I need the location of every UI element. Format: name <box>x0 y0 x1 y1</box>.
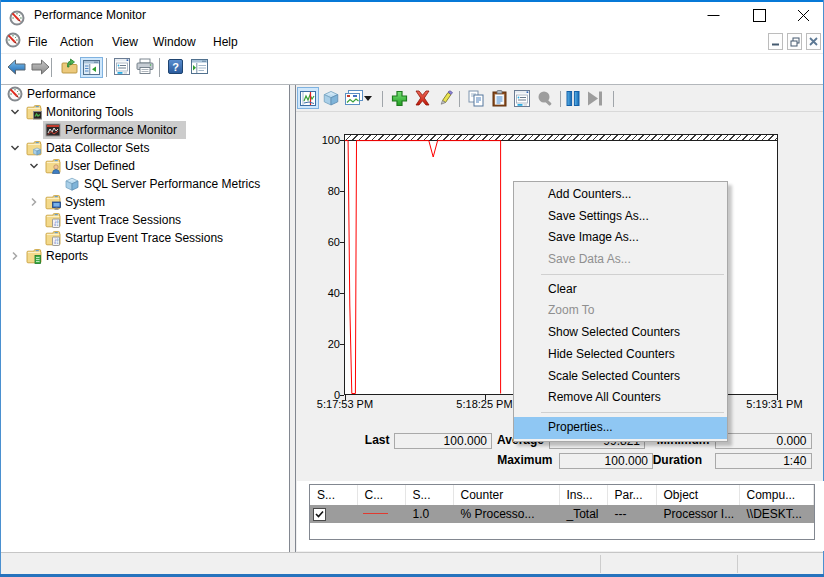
column-header-object[interactable]: Object <box>657 485 740 505</box>
menu-item-clear[interactable]: Clear <box>514 279 727 301</box>
status-bar <box>1 552 823 574</box>
menu-item-save-image-as[interactable]: Save Image As... <box>514 227 727 249</box>
toolbar-separator <box>106 58 107 77</box>
mdi-close-button[interactable] <box>806 33 821 50</box>
column-header-scale[interactable]: S... <box>406 485 454 505</box>
chevron-expanded-icon[interactable] <box>29 161 39 171</box>
counter-cell-scale: 1.0 <box>406 505 454 523</box>
up-one-level-button[interactable] <box>57 55 81 78</box>
menu-item-properties[interactable]: Properties... <box>514 417 727 439</box>
pane-toolbar-separator <box>459 91 460 107</box>
chevron-collapsed-icon[interactable] <box>10 251 20 261</box>
mdi-close-icon <box>809 37 818 46</box>
tree-item-user-defined[interactable]: User Defined <box>1 157 290 175</box>
y-tick <box>340 191 345 192</box>
tree-item-event-trace-sessions[interactable]: Event Trace Sessions <box>1 211 290 229</box>
add-counter-button[interactable] <box>388 87 410 109</box>
column-header-show[interactable]: S... <box>310 485 358 505</box>
chart-type-dropdown[interactable] <box>361 87 375 109</box>
minimize-icon <box>707 9 720 22</box>
chevron-expanded-icon[interactable] <box>10 143 20 153</box>
maximize-button[interactable] <box>736 0 782 31</box>
view-log-data-button[interactable] <box>320 87 342 109</box>
tree-item-label: Event Trace Sessions <box>65 212 181 228</box>
status-bar-separator <box>600 555 601 573</box>
back-button[interactable] <box>5 55 29 78</box>
mdi-minimize-icon <box>771 37 780 46</box>
chevron-collapsed-icon[interactable] <box>29 197 39 207</box>
window-title: Performance Monitor <box>34 8 146 22</box>
copy-properties-button[interactable] <box>465 87 487 109</box>
forward-button[interactable] <box>28 55 52 78</box>
menu-item-save-settings-as[interactable]: Save Settings As... <box>514 206 727 228</box>
folder-user-icon <box>45 158 61 174</box>
delete-counter-button[interactable] <box>411 87 433 109</box>
tree-item-label: Startup Event Trace Sessions <box>65 230 223 246</box>
menu-view[interactable]: View <box>107 33 143 51</box>
zoom-button[interactable] <box>534 87 556 109</box>
tree-item-sql-server-performance-metrics[interactable]: SQL Server Performance Metrics <box>1 175 290 193</box>
tree-item-performance[interactable]: Performance <box>1 85 290 103</box>
chevron-expanded-icon[interactable] <box>10 107 20 117</box>
tree-item-label: Performance Monitor <box>65 122 177 138</box>
view-current-activity-button[interactable] <box>297 87 319 109</box>
print-button[interactable] <box>133 55 157 78</box>
menu-item-show-selected-counters[interactable]: Show Selected Counters <box>514 322 727 344</box>
counter-checkbox[interactable] <box>313 508 326 521</box>
paste-counter-list-button[interactable] <box>488 87 510 109</box>
console-tree-toggle-button[interactable] <box>80 57 103 78</box>
data-cube-icon <box>64 176 80 192</box>
action-pane-icon <box>191 59 208 74</box>
column-header-color[interactable]: C... <box>358 485 406 505</box>
properties-button[interactable] <box>511 87 533 109</box>
counter-color-swatch <box>363 513 388 515</box>
action-pane-toggle-button[interactable] <box>187 55 211 78</box>
maximum-label: Maximum <box>493 453 553 468</box>
y-tick <box>340 140 345 141</box>
step-forward-icon <box>587 91 603 106</box>
properties-dialog-button[interactable] <box>110 55 134 78</box>
folder-trace-icon <box>45 230 61 246</box>
close-button[interactable] <box>782 0 824 31</box>
highlight-button[interactable] <box>434 87 456 109</box>
help-button[interactable] <box>163 55 187 78</box>
column-header-parent[interactable]: Par... <box>608 485 657 505</box>
y-tick <box>340 293 345 294</box>
menu-file[interactable]: File <box>23 33 52 51</box>
tree-item-reports[interactable]: Reports <box>1 247 290 265</box>
add-counter-icon <box>391 90 408 107</box>
y-axis-label: 40 <box>310 287 340 300</box>
duration-value: 1:40 <box>715 453 812 469</box>
column-header-counter[interactable]: Counter <box>454 485 560 505</box>
menu-help[interactable]: Help <box>208 33 243 51</box>
column-header-computer[interactable]: Compu... <box>740 485 814 505</box>
tree-item-data-collector-sets[interactable]: Data Collector Sets <box>1 139 290 157</box>
tree-item-startup-event-trace-sessions[interactable]: Startup Event Trace Sessions <box>1 229 290 247</box>
tree-item-monitoring-tools[interactable]: Monitoring Tools <box>1 103 290 121</box>
y-axis-label: 20 <box>310 338 340 351</box>
menu-item-hide-selected-counters[interactable]: Hide Selected Counters <box>514 344 727 366</box>
menu-item-scale-selected-counters[interactable]: Scale Selected Counters <box>514 366 727 388</box>
chevron-down-icon <box>364 96 372 101</box>
freeze-display-button[interactable] <box>562 87 584 109</box>
column-header-instance[interactable]: Ins... <box>560 485 608 505</box>
menu-item-remove-all-counters[interactable]: Remove All Counters <box>514 387 727 409</box>
menu-item-add-counters[interactable]: Add Counters... <box>514 184 727 206</box>
tree-item-performance-monitor[interactable]: Performance Monitor <box>1 121 290 139</box>
mdi-restore-button[interactable] <box>787 33 802 50</box>
performance-chart-icon <box>45 122 61 138</box>
minimize-button[interactable] <box>690 0 736 31</box>
menu-action[interactable]: Action <box>55 33 98 51</box>
mdi-minimize-button[interactable] <box>768 33 783 50</box>
context-menu: Add Counters... Save Settings As... Save… <box>513 181 728 442</box>
menu-item-save-data-as: Save Data As... <box>514 249 727 271</box>
tree-item-label: Performance <box>27 86 96 102</box>
tree-item-system[interactable]: System <box>1 193 290 211</box>
properties-icon <box>514 90 530 107</box>
counter-cell-counter: % Processo... <box>454 505 560 523</box>
y-tick <box>340 395 345 396</box>
properties-dialog-icon <box>114 58 130 75</box>
menu-window[interactable]: Window <box>148 33 201 51</box>
update-data-button[interactable] <box>584 87 606 109</box>
zoom-icon <box>537 90 554 107</box>
